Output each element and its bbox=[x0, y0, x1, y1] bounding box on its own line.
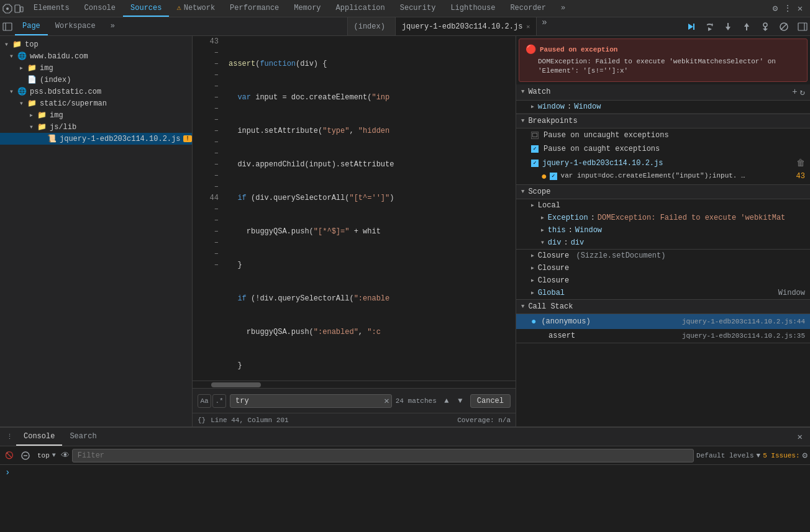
bottom-close-button[interactable]: ✕ bbox=[793, 431, 808, 442]
step-over-button[interactable] bbox=[701, 19, 718, 34]
step-into-button[interactable] bbox=[719, 19, 737, 34]
regex-button[interactable]: .* bbox=[212, 394, 226, 408]
tab-application[interactable]: Application bbox=[329, 0, 393, 17]
tab-security[interactable]: Security bbox=[393, 0, 444, 17]
callstack-header[interactable]: ▼ Call Stack bbox=[516, 300, 810, 314]
tab-recorder[interactable]: Recorder bbox=[503, 0, 553, 17]
scope-global-item[interactable]: ▶ Global Window bbox=[516, 287, 810, 299]
code-scroll-container[interactable]: 43 – – – – – – – – – – – – – 44 – – bbox=[193, 36, 516, 381]
bp-caught[interactable]: ✓ Pause on caught exceptions bbox=[516, 142, 810, 156]
more-tabs-button[interactable]: » bbox=[553, 0, 573, 17]
scope-this-item[interactable]: ▶ this : Window bbox=[516, 224, 810, 237]
scope-div-item[interactable]: ▼ div : div bbox=[516, 237, 810, 249]
close-devtools-icon[interactable]: ✕ bbox=[795, 4, 805, 14]
watch-item-value[interactable]: Window bbox=[574, 102, 601, 111]
tree-item-img2[interactable]: ▶ 📁 img bbox=[0, 109, 192, 121]
tab-network[interactable]: ⚠Network bbox=[169, 0, 222, 17]
bp-uncaught[interactable]: □ Pause on uncaught exceptions bbox=[516, 128, 810, 142]
tab-sources[interactable]: Sources bbox=[123, 0, 169, 17]
scope-closure-2[interactable]: ▶ Closure bbox=[516, 262, 810, 274]
bp-file-checkbox[interactable]: ✓ bbox=[531, 160, 539, 167]
settings-icon[interactable]: ⚙ bbox=[770, 4, 780, 14]
filter-toggle-button[interactable] bbox=[19, 449, 32, 462]
bp-file-item[interactable]: ✓ jquery-1-edb203c114.10.2.js 🗑 bbox=[516, 156, 810, 171]
code-line-7: } bbox=[229, 259, 516, 271]
watch-arrow-icon: ▼ bbox=[521, 89, 524, 95]
code-area[interactable]: 43 – – – – – – – – – – – – – 44 – – bbox=[193, 36, 516, 381]
search-prev-button[interactable]: ▲ bbox=[440, 395, 453, 407]
sources-toolbar: Page Workspace » (index) jquery-1-edb203… bbox=[0, 17, 810, 36]
tree-item-jslib[interactable]: ▼ 📁 js/lib bbox=[0, 121, 192, 133]
step-out-button[interactable] bbox=[738, 19, 755, 34]
tree-item-jquery-file[interactable]: ▶ 📜 jquery-1-edb203c114.10.2.js ! bbox=[0, 133, 192, 145]
eye-button[interactable]: 👁 bbox=[61, 451, 70, 461]
resume-button[interactable] bbox=[682, 19, 699, 34]
watch-add-button[interactable]: + bbox=[792, 87, 797, 97]
toggle-sidebar-icon[interactable] bbox=[2, 22, 12, 32]
search-cancel-button[interactable]: Cancel bbox=[470, 394, 511, 408]
log-levels-selector[interactable]: Default levels ▼ bbox=[696, 452, 760, 459]
code-horizontal-scrollbar[interactable] bbox=[193, 381, 516, 388]
tab-memory[interactable]: Memory bbox=[286, 0, 328, 17]
format-button[interactable]: {} bbox=[198, 417, 206, 424]
sources-page-tab[interactable]: Page bbox=[15, 17, 48, 35]
watch-refresh-button[interactable]: ↻ bbox=[800, 87, 805, 97]
scope-closure-sizzle[interactable]: ▶ Closure (Sizzle.setDocument) bbox=[516, 250, 810, 262]
breakpoints-header[interactable]: ▼ Breakpoints bbox=[516, 114, 810, 128]
more-file-tabs-icon[interactable]: » bbox=[539, 17, 549, 27]
bottom-tab-console[interactable]: Console bbox=[16, 428, 62, 446]
tree-item-top[interactable]: ▼ 📁 top bbox=[0, 38, 192, 50]
watch-item-window[interactable]: ▶ window : Window bbox=[516, 101, 810, 114]
issues-count[interactable]: 5 Issues: bbox=[763, 452, 799, 459]
more-options-icon[interactable]: ⋮ bbox=[783, 4, 793, 14]
scope-header[interactable]: ▼ Scope bbox=[516, 185, 810, 199]
drawer-options-icon[interactable]: ⋮ bbox=[2, 430, 16, 444]
tree-item-bdstatic[interactable]: ▼ 🌐 pss.bdstatic.com bbox=[0, 86, 192, 97]
search-input-wrap: ✕ bbox=[230, 394, 392, 408]
scope-exception-item[interactable]: ▶ Exception : DOMException: Failed to ex… bbox=[516, 212, 810, 224]
sources-workspace-tab[interactable]: Workspace bbox=[48, 17, 103, 35]
search-next-button[interactable]: ▼ bbox=[454, 395, 466, 407]
callstack-item-anonymous[interactable]: ● (anonymous) jquery-1-edb203c114.10.2.j… bbox=[516, 314, 810, 329]
context-selector[interactable]: top ▼ bbox=[35, 452, 58, 459]
bp-line-checkbox[interactable]: ✓ bbox=[550, 173, 557, 180]
device-icon[interactable] bbox=[14, 4, 24, 14]
code-scroll-thumb[interactable] bbox=[211, 382, 261, 387]
case-sensitive-button[interactable]: Aa bbox=[198, 394, 211, 408]
file-tab-index[interactable]: (index) bbox=[348, 17, 396, 35]
tree-item-baidu[interactable]: ▼ 🌐 www.baidu.com bbox=[0, 50, 192, 62]
console-settings-button[interactable]: ⚙ bbox=[803, 450, 808, 461]
tab-elements[interactable]: Elements bbox=[26, 0, 77, 17]
bp-line-number: 43 bbox=[796, 172, 805, 181]
toolbar-end: ⚙ ⋮ ✕ bbox=[765, 4, 810, 14]
file-tab-jquery[interactable]: jquery-1-edb203c114.10.2.js ✕ bbox=[396, 17, 537, 35]
search-input[interactable] bbox=[230, 394, 392, 408]
bottom-tab-search[interactable]: Search bbox=[62, 428, 104, 446]
bp-uncaught-checkbox[interactable]: □ bbox=[531, 132, 539, 139]
tab-lighthouse[interactable]: Lighthouse bbox=[443, 0, 503, 17]
deactivate-breakpoints-button[interactable] bbox=[775, 19, 793, 34]
tree-item-static[interactable]: ▼ 📁 static/superman bbox=[0, 97, 192, 109]
tree-item-img1[interactable]: ▶ 📁 img bbox=[0, 62, 192, 74]
scope-arrow-icon: ▼ bbox=[521, 189, 524, 195]
devtools-icons bbox=[0, 4, 26, 14]
clear-console-button[interactable]: 🚫 bbox=[2, 449, 16, 462]
tree-item-index[interactable]: ▶ 📄 (index) bbox=[0, 74, 192, 86]
filter-input[interactable] bbox=[72, 449, 694, 462]
bp-file-delete-icon[interactable]: 🗑 bbox=[796, 158, 805, 168]
callstack-item-assert[interactable]: assert jquery-1-edb203c114.10.2.js:35 bbox=[516, 329, 810, 343]
inspect-icon[interactable] bbox=[2, 4, 12, 14]
watch-header[interactable]: ▼ Watch + ↻ bbox=[516, 84, 810, 101]
scope-closure-3[interactable]: ▶ Closure bbox=[516, 274, 810, 287]
toggle-panel-icon[interactable] bbox=[798, 22, 808, 32]
scope-local-header[interactable]: ▶ Local bbox=[516, 199, 810, 212]
bp-caught-checkbox[interactable]: ✓ bbox=[531, 145, 539, 153]
sources-more-tabs[interactable]: » bbox=[103, 17, 122, 35]
step-button[interactable] bbox=[757, 19, 774, 34]
file-tab-close-icon[interactable]: ✕ bbox=[526, 23, 530, 30]
search-clear-icon[interactable]: ✕ bbox=[384, 395, 389, 406]
tab-performance[interactable]: Performance bbox=[222, 0, 286, 17]
scope-exception-value: DOMException: Failed to execute 'webkitM… bbox=[598, 214, 785, 222]
console-prompt-line[interactable]: › bbox=[5, 467, 805, 477]
tab-console[interactable]: Console bbox=[77, 0, 123, 17]
